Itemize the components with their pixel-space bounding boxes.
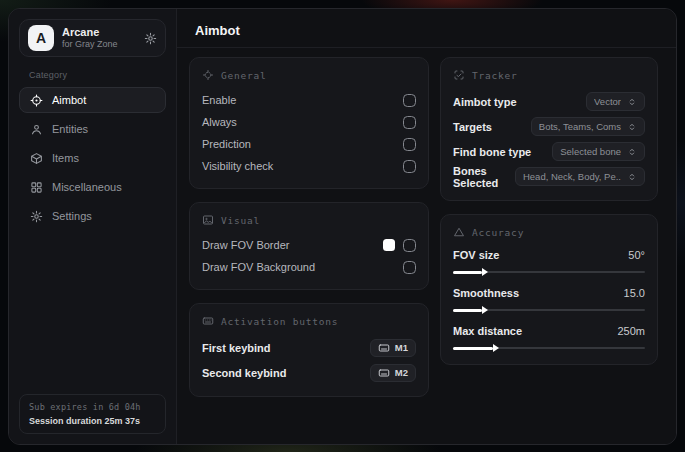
accuracy-card: Accuracy FOV size 50° <box>440 214 658 365</box>
setting-row-bones-selected: Bones Selected Head, Neck, Body, Pe.. <box>453 164 645 189</box>
gear-icon[interactable] <box>144 32 157 45</box>
subscription-info: Sub expires in 6d 04h Session duration 2… <box>19 394 166 434</box>
activation-title: Activation buttons <box>221 316 338 327</box>
slider-value: 50° <box>628 249 645 261</box>
slider-fill[interactable] <box>453 347 493 350</box>
arcane-menu-window: A Arcane for Gray Zone Category <box>8 8 677 445</box>
sub-expiry-text: Sub expires in 6d 04h <box>29 402 156 412</box>
setting-row-find-bone-type: Find bone type Selected bone <box>453 139 645 164</box>
setting-row-enable: Enable <box>202 89 416 111</box>
setting-label: Targets <box>453 121 492 133</box>
main-header: Aimbot <box>177 9 676 48</box>
slider-group-max-distance: Max distance 250m <box>453 322 645 349</box>
sidebar-item-miscellaneous[interactable]: Miscellaneous <box>19 174 166 200</box>
smoothness-slider[interactable] <box>453 309 645 311</box>
accuracy-card-header: Accuracy <box>453 226 645 238</box>
setting-label: First keybind <box>202 342 270 354</box>
select-value: Selected bone <box>560 146 621 157</box>
fov-border-color-swatch[interactable] <box>383 239 395 251</box>
slider-value: 250m <box>617 325 645 337</box>
setting-label: Second keybind <box>202 367 286 379</box>
select-value: Vector <box>594 96 621 107</box>
general-card-header: General <box>202 69 416 81</box>
keyboard-icon <box>202 315 214 327</box>
draw-fov-background-checkbox[interactable] <box>403 261 416 274</box>
general-card: General Enable Always Prediction <box>189 57 429 189</box>
gear-icon <box>30 210 43 223</box>
setting-row-aimbot-type: Aimbot type Vector <box>453 89 645 114</box>
visibility-check-checkbox[interactable] <box>403 160 416 173</box>
setting-row-always: Always <box>202 111 416 133</box>
always-checkbox[interactable] <box>403 116 416 129</box>
visual-title: Visual <box>221 215 260 226</box>
main-panel: Aimbot General Enable <box>177 9 676 444</box>
grid-icon <box>30 181 43 194</box>
image-icon <box>202 214 214 226</box>
draw-fov-border-checkbox[interactable] <box>403 239 416 252</box>
general-title: General <box>221 70 267 81</box>
unfold-icon <box>627 97 637 107</box>
keybind-value: M2 <box>395 367 408 378</box>
sidebar: A Arcane for Gray Zone Category <box>9 9 177 444</box>
targets-select[interactable]: Bots, Teams, Coms <box>531 117 645 136</box>
unfold-icon <box>627 122 637 132</box>
session-duration-text: Session duration 25m 37s <box>29 416 156 426</box>
max-distance-slider[interactable] <box>453 347 645 349</box>
sidebar-nav: Aimbot Entities Items <box>19 87 166 229</box>
sidebar-item-settings[interactable]: Settings <box>19 203 166 229</box>
setting-label: Draw FOV Background <box>202 261 315 273</box>
accuracy-title: Accuracy <box>472 227 524 238</box>
tracker-card: Tracker Aimbot type Vector Targets <box>440 57 658 201</box>
setting-row-first-keybind: First keybind M1 <box>202 335 416 360</box>
setting-label: Draw FOV Border <box>202 239 289 251</box>
setting-label: Smoothness <box>453 287 519 299</box>
category-label: Category <box>29 70 166 80</box>
person-icon <box>30 123 43 136</box>
slider-value: 15.0 <box>624 287 645 299</box>
sidebar-item-label: Entities <box>52 123 88 135</box>
slider-group-smoothness: Smoothness 15.0 <box>453 284 645 311</box>
setting-row-visibility-check: Visibility check <box>202 155 416 177</box>
enable-checkbox[interactable] <box>403 94 416 107</box>
crosshair-dotted-icon <box>202 69 214 81</box>
select-value: Bots, Teams, Coms <box>539 121 621 132</box>
bones-selected-select[interactable]: Head, Neck, Body, Pe.. <box>515 167 645 186</box>
setting-row-draw-fov-border: Draw FOV Border <box>202 234 416 256</box>
sidebar-item-aimbot[interactable]: Aimbot <box>19 87 166 113</box>
slider-group-fov-size: FOV size 50° <box>453 246 645 273</box>
aimbot-type-select[interactable]: Vector <box>586 92 645 111</box>
find-bone-type-select[interactable]: Selected bone <box>552 142 645 161</box>
setting-label: Aimbot type <box>453 96 517 108</box>
unfold-icon <box>627 172 637 182</box>
visual-card-header: Visual <box>202 214 416 226</box>
sidebar-item-label: Miscellaneous <box>52 181 122 193</box>
unfold-icon <box>627 147 637 157</box>
slider-fill[interactable] <box>453 309 482 312</box>
setting-label: Find bone type <box>453 146 531 158</box>
setting-label: Always <box>202 116 237 128</box>
keyboard-icon <box>378 342 390 354</box>
first-keybind-button[interactable]: M1 <box>370 339 416 357</box>
visual-card: Visual Draw FOV Border Draw FOV Backgrou… <box>189 202 429 290</box>
focus-icon <box>453 69 465 81</box>
prediction-checkbox[interactable] <box>403 138 416 151</box>
box-icon <box>30 152 43 165</box>
setting-row-draw-fov-background: Draw FOV Background <box>202 256 416 278</box>
sidebar-item-label: Aimbot <box>52 94 86 106</box>
page-title: Aimbot <box>195 23 658 38</box>
setting-label: Enable <box>202 94 236 106</box>
brand-text: Arcane for Gray Zone <box>62 26 118 50</box>
left-column: General Enable Always Prediction <box>189 57 429 410</box>
activation-card-header: Activation buttons <box>202 315 416 327</box>
sidebar-item-label: Items <box>52 152 79 164</box>
main-body: General Enable Always Prediction <box>177 48 676 410</box>
triangle-icon <box>453 226 465 238</box>
crosshair-icon <box>30 94 43 107</box>
brand-card: A Arcane for Gray Zone <box>19 19 166 57</box>
sidebar-item-items[interactable]: Items <box>19 145 166 171</box>
select-value: Head, Neck, Body, Pe.. <box>523 171 621 182</box>
sidebar-item-entities[interactable]: Entities <box>19 116 166 142</box>
slider-fill[interactable] <box>453 271 482 274</box>
fov-size-slider[interactable] <box>453 271 645 273</box>
second-keybind-button[interactable]: M2 <box>370 364 416 382</box>
